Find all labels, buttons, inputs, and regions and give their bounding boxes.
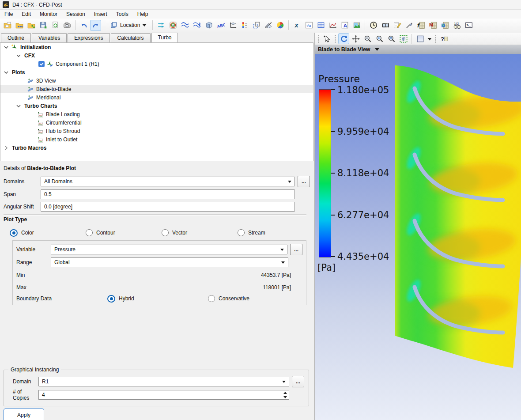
- tree-item-cfx[interactable]: CFX: [0, 51, 313, 60]
- probe-select-icon[interactable]: [321, 33, 332, 44]
- tab-outline[interactable]: Outline: [1, 33, 31, 42]
- apply-button[interactable]: Apply: [4, 409, 44, 420]
- snapshot-icon[interactable]: [61, 20, 72, 31]
- table-icon[interactable]: [315, 20, 326, 31]
- checkbox-checked-icon[interactable]: [38, 61, 45, 67]
- undo-icon[interactable]: [78, 20, 89, 31]
- timestep-selector-icon[interactable]: [368, 20, 379, 31]
- tree-item-component1[interactable]: Component 1 (R1): [0, 60, 313, 68]
- menu-edit[interactable]: Edit: [17, 10, 35, 18]
- chevron-right-icon[interactable]: [3, 145, 9, 151]
- tree-item-blade-loading[interactable]: Blade Loading: [0, 110, 313, 118]
- view-title-bar[interactable]: Blade to Blade View: [315, 45, 521, 54]
- radio-selected-icon[interactable]: [10, 229, 18, 237]
- tab-calculators[interactable]: Calculators: [111, 33, 151, 42]
- variable-browse-button[interactable]: ...: [290, 244, 302, 255]
- chart-icon[interactable]: [327, 20, 338, 31]
- radio-icon[interactable]: [208, 295, 215, 302]
- instancing-domain-browse-button[interactable]: ...: [292, 376, 304, 387]
- boundary-hybrid[interactable]: Hybrid: [107, 295, 205, 303]
- rotate-icon[interactable]: [338, 33, 349, 44]
- tree-item-turbo-macros[interactable]: Turbo Macros: [0, 144, 313, 152]
- function-calculator-icon[interactable]: f: [415, 20, 427, 31]
- zoom-box-icon[interactable]: [386, 33, 397, 44]
- range-select[interactable]: Global: [51, 257, 288, 267]
- menu-session[interactable]: Session: [62, 10, 90, 18]
- background-color-button[interactable]: [415, 33, 426, 44]
- tab-expressions[interactable]: Expressions: [68, 33, 109, 42]
- tree-item-hub-to-shroud[interactable]: Hub to Shroud: [0, 127, 313, 135]
- expressions-icon[interactable]: x: [291, 20, 302, 31]
- menu-tools[interactable]: Tools: [112, 10, 133, 18]
- contour-plot-icon[interactable]: [167, 20, 178, 31]
- volume-rendering-icon[interactable]: [203, 20, 214, 31]
- probe-icon[interactable]: [404, 20, 415, 31]
- particle-track-icon[interactable]: [191, 20, 202, 31]
- instancing-domain-select[interactable]: R1: [38, 377, 289, 386]
- copies-stepper[interactable]: 4: [38, 390, 289, 400]
- plot-type-vector[interactable]: Vector: [162, 229, 235, 236]
- radio-icon[interactable]: [238, 229, 245, 236]
- mesh-calculator-icon[interactable]: X: [439, 20, 450, 31]
- save-state-icon[interactable]: [38, 20, 49, 31]
- tree-item-turbo-charts[interactable]: Turbo Charts: [0, 102, 313, 110]
- background-color-dropdown[interactable]: [427, 33, 433, 44]
- menu-insert[interactable]: Insert: [90, 10, 112, 18]
- viewport-3d[interactable]: Pressure 1.180e+05 9.959e+04 8.118e+04 6…: [315, 54, 521, 420]
- legend-icon[interactable]: [239, 20, 250, 31]
- figure-icon[interactable]: [351, 20, 362, 31]
- chevron-down-icon[interactable]: [3, 69, 9, 76]
- tree-item-initialization[interactable]: Initialization: [0, 43, 313, 51]
- fit-view-icon[interactable]: [398, 33, 409, 44]
- animation-icon[interactable]: [380, 20, 391, 31]
- tree-item-blade-to-blade[interactable]: Blade-to-Blade: [0, 85, 313, 93]
- text-icon[interactable]: ABC: [215, 20, 226, 31]
- zoom-icon[interactable]: [362, 33, 373, 44]
- load-state-icon[interactable]: [26, 20, 37, 31]
- tree-item-circumferential[interactable]: Circumferential: [0, 118, 313, 127]
- radio-icon[interactable]: [162, 229, 169, 236]
- color-map-icon[interactable]: [275, 20, 286, 31]
- domains-browse-button[interactable]: ...: [298, 176, 310, 187]
- pan-icon[interactable]: [350, 33, 361, 44]
- radio-icon[interactable]: [86, 229, 93, 236]
- redo-icon[interactable]: [90, 20, 101, 31]
- tab-variables[interactable]: Variables: [32, 33, 67, 42]
- zoom-in-icon[interactable]: [374, 33, 385, 44]
- open-file-icon[interactable]: [14, 20, 25, 31]
- chevron-down-icon[interactable]: [3, 44, 9, 50]
- quick-editor-icon[interactable]: [392, 20, 403, 31]
- radio-selected-icon[interactable]: [107, 295, 115, 303]
- tree-item-plots[interactable]: Plots: [0, 68, 313, 76]
- variable-select[interactable]: Pressure: [51, 245, 287, 254]
- instance-transform-icon[interactable]: [251, 20, 262, 31]
- tree-item-meridional[interactable]: Meridional: [0, 93, 313, 102]
- chevron-down-icon[interactable]: [15, 53, 22, 59]
- span-input[interactable]: 0.5: [41, 189, 295, 199]
- case-comparison-icon[interactable]: 1|2: [451, 20, 462, 31]
- streamline-icon[interactable]: [179, 20, 190, 31]
- viewer-help-icon[interactable]: ?: [438, 33, 449, 44]
- angular-shift-input[interactable]: 0.0 [degree]: [41, 202, 295, 212]
- chevron-down-icon[interactable]: [15, 103, 22, 109]
- plot-type-contour[interactable]: Contour: [86, 229, 159, 236]
- coord-frame-icon[interactable]: [227, 20, 238, 31]
- location-button[interactable]: Location: [107, 20, 150, 30]
- tab-turbo[interactable]: Turbo: [151, 33, 178, 43]
- reload-icon[interactable]: [49, 20, 60, 31]
- load-results-icon[interactable]: [2, 20, 13, 31]
- domains-select[interactable]: All Domains: [41, 177, 295, 186]
- menu-monitor[interactable]: Monitor: [35, 10, 62, 18]
- plot-type-color[interactable]: Color: [10, 229, 83, 237]
- boundary-conservative[interactable]: Conservative: [208, 295, 249, 302]
- stepper-down-icon[interactable]: [281, 395, 289, 399]
- macro-calculator-icon[interactable]: M: [427, 20, 438, 31]
- comment-icon[interactable]: A: [339, 20, 350, 31]
- plot-type-stream[interactable]: Stream: [238, 229, 265, 236]
- command-editor-icon[interactable]: >_: [463, 20, 474, 31]
- tree-item-3d-view[interactable]: 3D View: [0, 76, 313, 85]
- clip-plane-icon[interactable]: [263, 20, 274, 31]
- variables-icon[interactable]: √α: [303, 20, 314, 31]
- menu-file[interactable]: File: [0, 10, 17, 18]
- stepper-up-icon[interactable]: [281, 390, 289, 395]
